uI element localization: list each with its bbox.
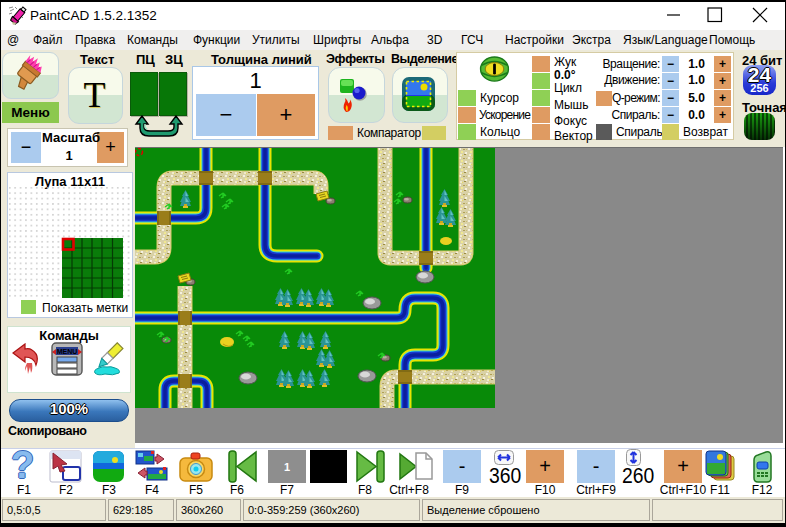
svg-text:MENU: MENU [57,348,78,355]
